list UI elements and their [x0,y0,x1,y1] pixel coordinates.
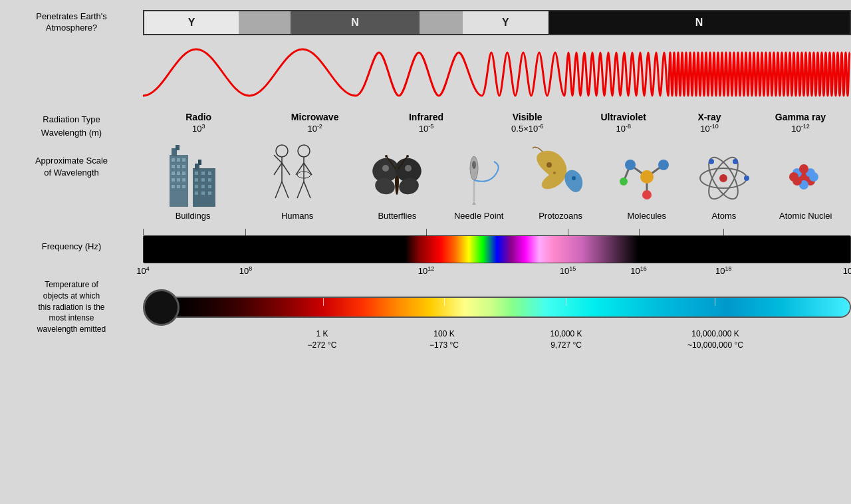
temp-tick-3 [566,298,566,306]
svg-rect-31 [201,191,205,195]
svg-rect-9 [172,172,175,175]
svg-rect-23 [208,172,211,175]
temp-tube [173,297,851,318]
svg-rect-29 [208,185,211,188]
svg-line-36 [282,163,290,175]
rad-uv: Ultraviolet 10-8 [578,112,669,134]
scale-needle [443,145,515,208]
svg-point-78 [744,176,749,181]
scale-buildings [143,142,243,208]
svg-point-69 [640,170,654,184]
svg-point-79 [709,159,714,164]
freq-num-6: 1018 [715,266,731,276]
rad-microwave: Microwave 10-2 [254,112,376,134]
frequency-bar-container [143,229,851,263]
svg-line-43 [304,163,312,175]
svg-rect-28 [201,185,205,188]
rad-infrared: Infrared 10-5 [376,112,477,134]
svg-rect-16 [177,185,180,188]
scale-name-atoms: Atoms [687,211,760,221]
rad-microwave-name: Microwave [291,112,339,122]
frequency-row: Frequency (Hz) [0,227,851,265]
scale-names: Buildings Humans Butterflies Needle Poin… [143,211,851,221]
rad-xray-name: X-ray [697,112,721,122]
scale-label: Approximate Scaleof Wavelength [0,142,143,221]
svg-line-35 [274,163,282,175]
scale-images [143,142,851,208]
scale-protozoans [515,145,606,208]
temp-tick-2 [444,298,445,306]
freq-num-7: 1020 [843,266,851,276]
svg-rect-22 [201,172,205,175]
svg-rect-32 [208,191,211,195]
svg-point-71 [658,160,669,170]
svg-rect-27 [195,185,198,188]
wave-row [0,43,851,109]
scale-name-butterflies: Butterflies [352,211,443,221]
rad-xray: X-ray 10-10 [669,112,750,134]
atm-gray1 [239,11,291,34]
atm-n1: N [291,11,420,34]
svg-point-40 [298,145,310,157]
temperature-labels: 1 K−272 °C 100 K−173 °C 10,000 K9,727 °C… [173,328,851,358]
svg-line-38 [282,182,289,198]
freq-num-1: 104 [136,266,149,276]
scale-name-molecules: Molecules [606,211,687,221]
scale-name-protozoans: Protozoans [515,211,606,221]
svg-rect-11 [182,172,185,175]
rad-visible: Visible 0.5×10-6 [477,112,578,134]
temp-label-10mk: 10,000,000 K~10,000,000 °C [687,328,743,351]
svg-point-64 [572,176,576,180]
svg-rect-2 [176,145,180,150]
freq-num-5: 1016 [630,266,646,276]
radiation-label: Radiation TypeWavelength (m) [0,112,143,139]
svg-line-37 [275,182,282,198]
scale-name-buildings: Buildings [143,211,243,221]
svg-point-73 [620,178,628,186]
temp-label-10000k: 10,000 K9,727 °C [550,328,582,351]
radiation-type-row: Radiation TypeWavelength (m) Radio 103 M… [0,112,851,139]
svg-rect-7 [177,165,180,168]
svg-rect-14 [182,178,185,182]
freq-num-4: 1015 [560,266,576,276]
rad-radio-wavelength: 103 [192,124,205,134]
svg-rect-17 [182,185,185,188]
svg-rect-10 [177,172,180,175]
atm-y2: Y [463,11,548,34]
temp-bulb [143,289,180,326]
svg-rect-20 [198,160,201,165]
rad-infrared-wavelength: 10-5 [419,124,433,134]
temp-label-1k: 1 K−272 °C [307,328,336,351]
svg-rect-21 [195,172,198,175]
svg-rect-26 [208,178,211,182]
svg-point-61 [472,161,476,169]
svg-point-72 [642,190,652,199]
atmosphere-label: Penetrates Earth'sAtmosphere? [0,11,143,34]
svg-point-70 [625,160,636,170]
temp-tick-4 [715,298,715,306]
svg-point-88 [809,172,818,182]
svg-line-45 [304,182,310,198]
temp-gradient [174,298,850,316]
svg-rect-6 [172,165,175,168]
rad-radio-name: Radio [185,112,211,122]
rad-uv-wavelength: 10-8 [616,124,630,134]
svg-marker-60 [472,201,476,205]
scale-molecules [606,145,687,208]
rad-xray-wavelength: 10-10 [700,124,718,134]
rad-gamma-name: Gamma ray [775,112,826,122]
temperature-bar-area [143,289,851,326]
svg-point-33 [276,145,288,157]
svg-point-89 [789,172,798,182]
scale-butterflies [352,145,443,208]
rad-visible-wavelength: 0.5×10-6 [511,124,543,134]
frequency-spectrum-bar [143,235,851,263]
temperature-row: Temperature ofobjects at whichthis radia… [0,287,851,327]
freq-num-3: 1012 [418,266,434,276]
svg-rect-30 [195,191,198,195]
svg-point-62 [547,162,552,168]
svg-line-39 [274,155,282,163]
rad-microwave-wavelength: 10-2 [307,124,322,134]
svg-point-55 [385,155,388,158]
frequency-numbers: 104 108 1012 1015 1016 1018 1020 [143,266,851,285]
